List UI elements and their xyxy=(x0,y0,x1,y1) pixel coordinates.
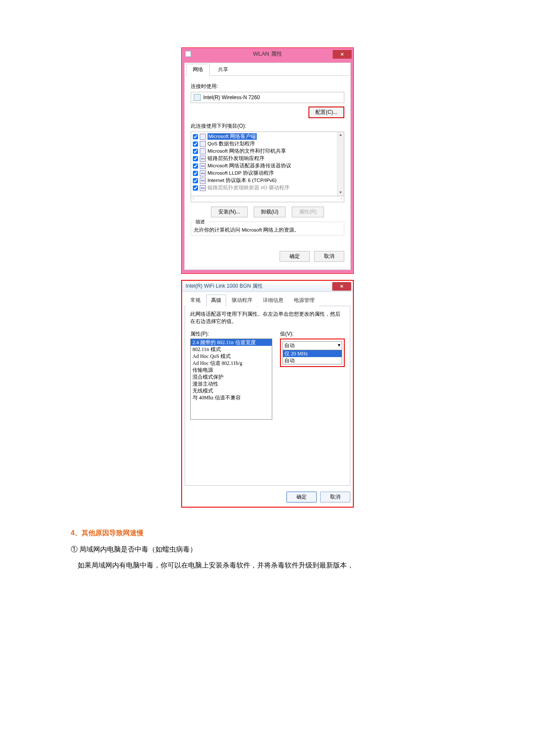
adapter-field: Intel(R) Wireless-N 7260 xyxy=(191,92,344,103)
dropdown-option[interactable]: 仅 20 MHz xyxy=(283,350,342,357)
item-checkbox[interactable] xyxy=(193,141,198,147)
item-checkbox[interactable] xyxy=(193,156,198,161)
uninstall-button[interactable]: 卸载(U) xyxy=(254,207,286,217)
adapter-icon xyxy=(194,94,201,101)
body-line: 如果局域网内有电脑中毒，你可以在电脑上安装杀毒软件，并将杀毒软件升级到最新版本， xyxy=(71,559,464,572)
property-item[interactable]: 漫游主动性 xyxy=(191,380,272,387)
tab-advanced[interactable]: 高级 xyxy=(206,295,226,306)
ok-button[interactable]: 确定 xyxy=(286,492,317,502)
property-item[interactable]: 2.4 频带的 802.11n 信道宽度 xyxy=(191,339,272,346)
tab-strip: 常规 高级 驱动程序 详细信息 电源管理 xyxy=(185,295,350,306)
property-item[interactable]: Ad Hoc 信道 802.11b/g xyxy=(191,360,272,367)
adapter-name: Intel(R) Wireless-N 7260 xyxy=(203,94,260,100)
item-checkbox[interactable] xyxy=(193,185,198,191)
scroll-down-icon[interactable]: ▾ xyxy=(337,190,344,196)
protocol-icon: ⊷ xyxy=(200,156,206,162)
wlan-properties-dialog: WLAN 属性 × 网络 共享 连接时使用: Intel(R) Wireless… xyxy=(181,47,354,274)
network-client-icon xyxy=(200,134,206,140)
connection-items-list[interactable]: Microsoft 网络客户端 QoS 数据包计划程序 Microsoft 网络… xyxy=(191,132,344,196)
item-label: Microsoft 网络适配器多路传送器协议 xyxy=(208,163,291,169)
tab-network[interactable]: 网络 xyxy=(186,64,210,76)
tab-share[interactable]: 共享 xyxy=(211,64,235,75)
value-selected: 自动 xyxy=(284,342,295,349)
item-label: Microsoft 网络客户端 xyxy=(208,133,257,140)
item-checkbox[interactable] xyxy=(193,178,198,183)
list-item[interactable]: QoS 数据包计划程序 xyxy=(193,140,342,147)
tab-power[interactable]: 电源管理 xyxy=(289,295,319,306)
item-checkbox[interactable] xyxy=(193,163,198,169)
qos-icon xyxy=(200,141,206,147)
item-label: Microsoft 网络的文件和打印机共享 xyxy=(208,148,286,154)
document-text: 4、其他原因导致网速慢 ① 局域网内电脑是否中毒（如蠕虫病毒） 如果局域网内有电… xyxy=(67,527,468,572)
dropdown-option[interactable]: 自动 xyxy=(283,357,342,364)
connect-using-label: 连接时使用: xyxy=(191,83,344,90)
scrollbar-horizontal[interactable]: ‹› xyxy=(191,196,344,202)
value-dropdown[interactable]: 仅 20 MHz 自动 xyxy=(283,350,342,364)
description-text: 允许你的计算机访问 Microsoft 网络上的资源。 xyxy=(194,227,341,233)
description-legend: 描述 xyxy=(194,219,207,224)
instruction-text: 此网络适配器可使用下列属性。在左边单击您想更改的属性，然后在右边选择它的值。 xyxy=(190,311,345,325)
wifi-advanced-dialog: Intel(R) WiFi Link 1000 BGN 属性 × 常规 高级 驱… xyxy=(181,280,354,508)
install-button[interactable]: 安装(N)... xyxy=(211,207,248,217)
list-item[interactable]: Microsoft 网络客户端 xyxy=(193,133,342,140)
section-heading: 4、其他原因导致网速慢 xyxy=(71,527,464,540)
value-select[interactable]: 自动 ▾ xyxy=(283,341,342,350)
protocol-icon: ⊷ xyxy=(200,163,206,169)
description-box: 描述 允许你的计算机访问 Microsoft 网络上的资源。 xyxy=(191,222,344,235)
file-share-icon xyxy=(200,148,206,154)
item-checkbox[interactable] xyxy=(193,134,198,139)
properties-button[interactable]: 属性(R) xyxy=(292,207,324,217)
titlebar: WLAN 属性 × xyxy=(182,48,353,60)
item-label: QoS 数据包计划程序 xyxy=(208,141,255,147)
cancel-button[interactable]: 取消 xyxy=(320,492,350,502)
protocol-icon: ⊷ xyxy=(200,170,206,176)
tab-strip: 网络 共享 xyxy=(185,63,350,76)
item-label: 链路层拓扑发现响应程序 xyxy=(208,155,264,162)
configure-button[interactable]: 配置(C)... xyxy=(308,107,344,118)
cancel-button[interactable]: 取消 xyxy=(314,251,344,262)
protocol-icon: ⊷ xyxy=(200,178,206,184)
dropdown-arrow-icon: ▾ xyxy=(338,342,340,349)
property-list[interactable]: 2.4 频带的 802.11n 信道宽度 802.11n 模式 Ad Hoc Q… xyxy=(190,339,272,420)
property-item[interactable]: 传输电源 xyxy=(191,367,272,373)
items-label: 此连接使用下列项目(O): xyxy=(191,122,344,130)
property-item[interactable]: Ad Hoc QoS 模式 xyxy=(191,353,272,360)
list-item[interactable]: ⊷链路层拓扑发现响应程序 xyxy=(193,155,342,162)
scrollbar-vertical[interactable]: ▴ ▾ xyxy=(337,132,344,196)
property-item[interactable]: 无线模式 xyxy=(191,387,272,394)
close-button[interactable]: × xyxy=(332,282,351,291)
protocol-icon: ⊷ xyxy=(200,185,206,191)
item-label: Microsoft LLDP 协议驱动程序 xyxy=(208,170,274,176)
value-label: 值(V): xyxy=(280,330,345,338)
list-item[interactable]: ⊷链路层拓扑发现映射器 I/O 驱动程序 xyxy=(193,184,342,191)
tab-details[interactable]: 详细信息 xyxy=(258,295,288,306)
property-item[interactable]: 与 40Mhz 信道不兼容 xyxy=(191,394,272,401)
item-checkbox[interactable] xyxy=(193,149,198,154)
ok-button[interactable]: 确定 xyxy=(280,251,310,262)
list-item[interactable]: ⊷Microsoft 网络适配器多路传送器协议 xyxy=(193,162,342,169)
property-item[interactable]: 混合模式保护 xyxy=(191,373,272,380)
list-item[interactable]: ⊷Internet 协议版本 6 (TCP/IPv6) xyxy=(193,177,342,184)
property-item[interactable]: 802.11n 模式 xyxy=(191,346,272,353)
item-label: Internet 协议版本 6 (TCP/IPv6) xyxy=(208,177,277,184)
list-item[interactable]: ⊷Microsoft LLDP 协议驱动程序 xyxy=(193,169,342,177)
value-highlight-box: 自动 ▾ 仅 20 MHz 自动 xyxy=(280,339,345,367)
item-label: 链路层拓扑发现映射器 I/O 驱动程序 xyxy=(208,185,290,191)
item-checkbox[interactable] xyxy=(193,171,198,176)
bullet-line: ① 局域网内电脑是否中毒（如蠕虫病毒） xyxy=(71,543,464,556)
window-title: Intel(R) WiFi Link 1000 BGN 属性 xyxy=(182,282,263,290)
list-item[interactable]: Microsoft 网络的文件和打印机共享 xyxy=(193,147,342,155)
tab-general[interactable]: 常规 xyxy=(186,295,205,306)
scroll-up-icon[interactable]: ▴ xyxy=(337,132,344,139)
property-label: 属性(P): xyxy=(190,330,272,338)
window-title: WLAN 属性 xyxy=(182,50,353,58)
titlebar: Intel(R) WiFi Link 1000 BGN 属性 × xyxy=(182,281,353,292)
tab-driver[interactable]: 驱动程序 xyxy=(227,295,257,306)
